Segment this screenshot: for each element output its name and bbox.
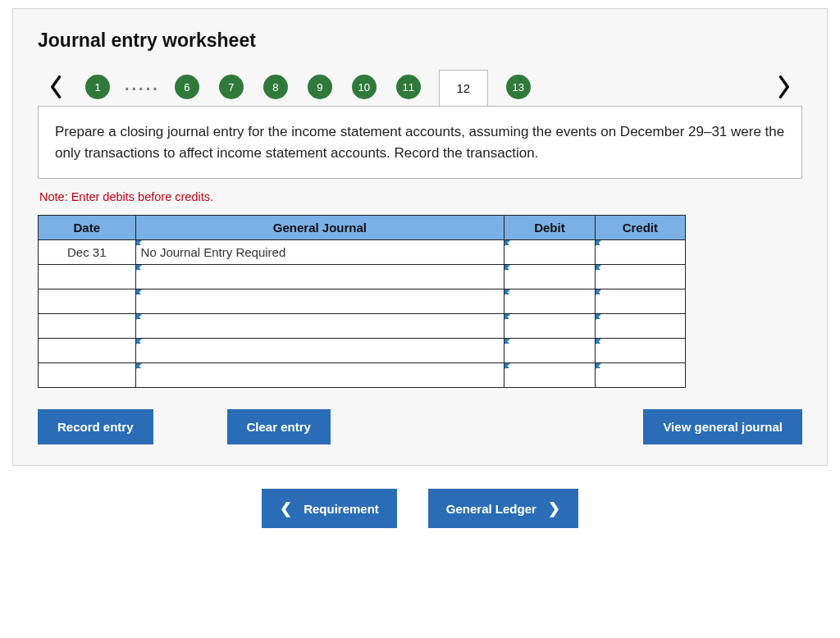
cell-credit[interactable] — [595, 314, 685, 339]
cell-date[interactable] — [39, 339, 136, 363]
cell-credit[interactable] — [595, 240, 685, 265]
pager-prev[interactable] — [38, 68, 75, 106]
cell-gj[interactable]: No Journal Entry Required — [135, 240, 504, 265]
pager-item-9[interactable]: 9 — [308, 75, 332, 99]
cell-credit[interactable] — [595, 289, 685, 314]
col-debit-header: Debit — [504, 216, 595, 240]
journal-entry-table: Date General Journal Debit Credit Dec 31… — [38, 215, 686, 388]
cell-debit[interactable] — [504, 363, 595, 388]
table-row — [39, 339, 686, 363]
note-text: Note: Enter debits before credits. — [39, 190, 802, 203]
pager-next[interactable] — [765, 68, 802, 106]
cell-gj[interactable] — [135, 339, 504, 363]
cell-date[interactable]: Dec 31 — [39, 240, 136, 265]
cell-debit[interactable] — [504, 265, 595, 289]
table-row — [39, 314, 686, 339]
table-row — [39, 363, 686, 388]
pager-item-10[interactable]: 10 — [352, 75, 377, 99]
cell-gj[interactable] — [135, 265, 504, 289]
table-row: Dec 31 No Journal Entry Required — [39, 240, 686, 265]
col-date-header: Date — [39, 216, 136, 240]
col-credit-header: Credit — [595, 216, 685, 240]
pager: 1 ..... 6 7 8 9 10 11 12 13 — [38, 68, 802, 106]
cell-gj[interactable] — [135, 289, 504, 314]
cell-date[interactable] — [39, 265, 136, 289]
pager-item-1[interactable]: 1 — [85, 75, 110, 99]
page-title: Journal entry worksheet — [38, 30, 802, 52]
chevron-right-icon: ❯ — [548, 499, 560, 517]
chevron-right-icon — [776, 75, 791, 98]
pager-item-6[interactable]: 6 — [175, 75, 199, 99]
prompt-box: Prepare a closing journal entry for the … — [38, 106, 802, 179]
prev-requirement-button[interactable]: ❮ Requirement — [262, 489, 397, 528]
chevron-left-icon — [49, 75, 64, 98]
view-general-journal-button[interactable]: View general journal — [643, 409, 802, 444]
clear-entry-button[interactable]: Clear entry — [227, 409, 331, 444]
cell-credit[interactable] — [595, 363, 685, 388]
footer-nav: ❮ Requirement General Ledger ❯ — [0, 489, 840, 528]
cell-debit[interactable] — [504, 240, 595, 265]
cell-debit[interactable] — [504, 314, 595, 339]
cell-credit[interactable] — [595, 339, 685, 363]
chevron-left-icon: ❮ — [280, 499, 292, 517]
table-row — [39, 289, 686, 314]
cell-date[interactable] — [39, 314, 136, 339]
pager-item-8[interactable]: 8 — [263, 75, 288, 99]
pager-item-11[interactable]: 11 — [396, 75, 421, 99]
table-row — [39, 265, 686, 289]
cell-credit[interactable] — [595, 265, 685, 289]
pager-item-7[interactable]: 7 — [219, 75, 244, 99]
next-general-ledger-button[interactable]: General Ledger ❯ — [428, 489, 578, 528]
cell-date[interactable] — [39, 289, 136, 314]
cell-gj[interactable] — [135, 363, 504, 388]
next-label: General Ledger — [446, 502, 536, 516]
prev-label: Requirement — [304, 502, 379, 516]
pager-item-13[interactable]: 13 — [506, 75, 531, 99]
pager-ellipsis: ..... — [120, 75, 165, 99]
cell-debit[interactable] — [504, 339, 595, 363]
cell-date[interactable] — [39, 363, 136, 388]
journal-rows: Dec 31 No Journal Entry Required — [39, 240, 686, 388]
col-gj-header: General Journal — [135, 216, 504, 240]
record-entry-button[interactable]: Record entry — [38, 409, 153, 444]
cell-debit[interactable] — [504, 289, 595, 314]
action-row: Record entry Clear entry View general jo… — [38, 409, 802, 444]
pager-current-tab[interactable]: 12 — [439, 70, 488, 106]
cell-gj[interactable] — [135, 314, 504, 339]
worksheet-card: Journal entry worksheet 1 ..... 6 7 8 9 … — [12, 8, 828, 466]
